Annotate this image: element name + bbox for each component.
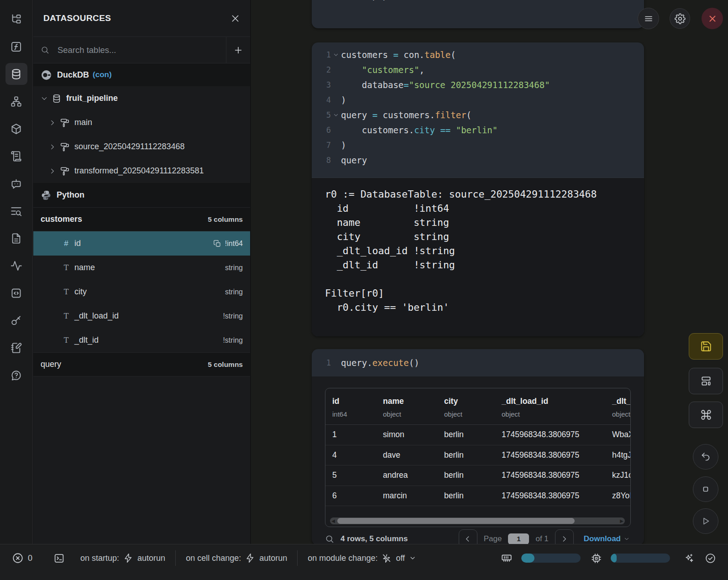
code-line[interactable]: 4con = pipeline.dataset().ibis() xyxy=(312,0,644,3)
box-icon xyxy=(10,123,22,135)
startup-mode[interactable]: on startup: autorun xyxy=(80,553,165,563)
table-hscrollbar[interactable]: ◀▶ xyxy=(330,517,625,524)
settings-button[interactable] xyxy=(670,8,690,29)
table-customers[interactable]: customers5 columns xyxy=(33,207,250,231)
rail-code-box-button[interactable] xyxy=(5,282,27,304)
rail-box-button[interactable] xyxy=(5,118,27,140)
download-link[interactable]: Download xyxy=(584,534,630,543)
datasource-tree: DuckDB(con)fruit_pipelinemainsource_2025… xyxy=(33,63,250,376)
cell-change-mode[interactable]: on cell change: autorun xyxy=(186,553,287,563)
file-tree-icon xyxy=(10,13,22,26)
database-icon xyxy=(10,68,22,80)
chevron-right-icon xyxy=(560,534,569,543)
scroll-text-icon xyxy=(10,150,22,162)
column-header-city[interactable]: cityobject xyxy=(444,397,502,418)
column-header-_dlt_load_id[interactable]: _dlt_load_idobject xyxy=(502,397,612,418)
zap-icon xyxy=(123,553,133,563)
rail-file-text-button[interactable] xyxy=(5,227,27,249)
code-cell-setup[interactable]: pipeline = dlt.attach("fruit_pipeline")4… xyxy=(312,0,644,28)
command-icon xyxy=(700,409,712,421)
connection-status[interactable] xyxy=(705,553,716,564)
terminal-button[interactable] xyxy=(53,553,65,564)
code-line[interactable]: 1query.execute() xyxy=(312,355,419,371)
play-icon xyxy=(700,516,711,527)
chevron-right-icon xyxy=(49,143,56,151)
rail-file-tree-button[interactable] xyxy=(5,8,27,30)
search-icon xyxy=(41,45,49,55)
rail-scroll-text-button[interactable] xyxy=(5,145,27,167)
prev-page-button[interactable] xyxy=(459,529,477,545)
rail-activity-button[interactable] xyxy=(5,255,27,277)
code-box-icon xyxy=(10,287,22,299)
column-header-name[interactable]: nameobject xyxy=(383,397,444,418)
undo-button[interactable] xyxy=(693,444,718,470)
rail-network-button[interactable] xyxy=(5,90,27,112)
run-button[interactable] xyxy=(693,508,718,534)
number-type-icon: # xyxy=(61,239,72,248)
ai-assistant-button[interactable] xyxy=(684,553,694,563)
chevron-right-icon xyxy=(49,167,56,175)
rail-key-button[interactable] xyxy=(5,309,27,331)
column-header-_dlt_id[interactable]: _dlt_idobject xyxy=(612,397,631,418)
fold-chevron-icon[interactable] xyxy=(331,112,341,118)
cell-menu-button[interactable] xyxy=(638,8,659,29)
chevron-left-icon xyxy=(463,534,472,543)
error-counter[interactable]: 0 xyxy=(12,552,32,564)
shutdown-button[interactable] xyxy=(702,8,723,29)
column-city[interactable]: Tcitystring xyxy=(33,280,250,304)
column-_dlt_load_id[interactable]: T_dlt_load_id!string xyxy=(33,304,250,328)
code-line[interactable]: 3 database="source_202504291112283468" xyxy=(312,77,644,92)
search-input[interactable] xyxy=(57,45,219,56)
cpu-usage xyxy=(591,553,670,564)
rail-bot-message-button[interactable] xyxy=(5,172,27,194)
text-type-icon: T xyxy=(61,336,72,345)
save-button[interactable] xyxy=(689,333,723,360)
code-line[interactable]: 5query = customers.filter( xyxy=(312,107,644,122)
column-name[interactable]: Tnamestring xyxy=(33,256,250,280)
code-line[interactable]: 1customers = con.table( xyxy=(312,47,644,62)
list-search-icon xyxy=(10,205,22,217)
code-line[interactable]: 8query xyxy=(312,152,644,167)
layout-button[interactable] xyxy=(689,368,723,394)
command-palette-button[interactable] xyxy=(689,402,723,428)
connection-duckdb[interactable]: DuckDB(con) xyxy=(33,63,250,86)
code-line[interactable]: 2 "customers", xyxy=(312,62,644,77)
code-cell-query[interactable]: 1customers = con.table(2 "customers",3 d… xyxy=(312,42,644,336)
column-header-id[interactable]: idint64 xyxy=(332,397,383,418)
notebook-canvas: pipeline = dlt.attach("fruit_pipeline")4… xyxy=(251,0,728,544)
rail-notebook-pen-button[interactable] xyxy=(5,337,27,359)
code-cell-execute[interactable]: 1query.execute() idint64nameobjectcityob… xyxy=(312,349,644,545)
chevron-right-icon xyxy=(49,119,56,126)
close-icon[interactable] xyxy=(230,14,240,23)
code-line[interactable]: 7) xyxy=(312,137,644,152)
database-fruit_pipeline[interactable]: fruit_pipeline xyxy=(33,86,250,110)
panel-title: DATASOURCES xyxy=(43,13,111,23)
rail-help-bubble-button[interactable] xyxy=(5,364,27,386)
table-header-row: idint64nameobjectcityobject_dlt_load_ido… xyxy=(325,388,631,425)
search-box[interactable] xyxy=(33,45,226,56)
engine-python[interactable]: Python xyxy=(33,183,250,207)
code-line[interactable]: 6 customers.city == "berlin" xyxy=(312,122,644,137)
python-logo-icon xyxy=(41,190,57,201)
activity-rail xyxy=(0,0,33,544)
page-number[interactable]: 1 xyxy=(508,533,529,544)
column-id[interactable]: #id!int64 xyxy=(33,231,250,256)
next-page-button[interactable] xyxy=(555,529,574,545)
result-table: idint64nameobjectcityobject_dlt_load_ido… xyxy=(325,388,631,527)
module-change-mode[interactable]: on module change: off xyxy=(308,553,416,563)
add-connection-button[interactable] xyxy=(226,37,250,63)
rail-function-square-button[interactable] xyxy=(5,36,27,57)
stop-button[interactable] xyxy=(693,476,718,502)
fold-chevron-icon[interactable] xyxy=(331,52,341,57)
column-_dlt_id[interactable]: T_dlt_id!string xyxy=(33,328,250,352)
table-search-icon[interactable] xyxy=(325,534,334,543)
schema-source_202504291112283468[interactable]: source_202504291112283468 xyxy=(33,135,250,159)
rail-database-button[interactable] xyxy=(5,63,27,85)
status-bar: 0 on startup: autorun on cell change: au… xyxy=(0,544,728,580)
copy-icon[interactable] xyxy=(213,240,221,248)
code-line[interactable]: 4) xyxy=(312,92,644,107)
schema-transformed_202504291112283581[interactable]: transformed_202504291112283581 xyxy=(33,159,250,183)
schema-main[interactable]: main xyxy=(33,110,250,135)
table-query[interactable]: query5 columns xyxy=(33,352,250,376)
rail-list-search-button[interactable] xyxy=(5,200,27,222)
